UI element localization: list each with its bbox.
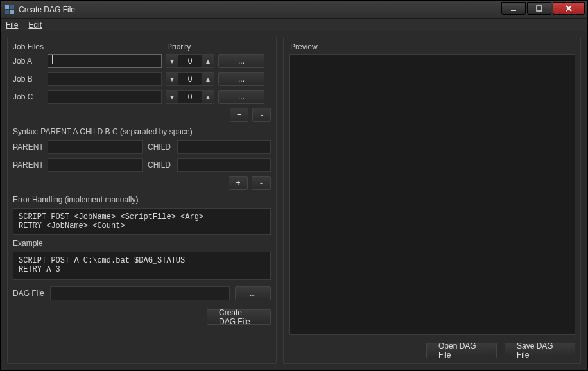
job-path-input[interactable]	[48, 54, 162, 68]
job-label: Job C	[13, 92, 44, 101]
spinner-value: 0	[178, 72, 202, 86]
add-relation-button[interactable]: +	[229, 176, 248, 190]
titlebar: Create DAG File	[1, 1, 587, 19]
svg-rect-4	[511, 10, 516, 11]
minimize-button[interactable]	[501, 2, 526, 15]
parent-label: PARENT	[13, 142, 44, 151]
priority-spinner[interactable]: ▾ 0 ▴	[166, 72, 214, 86]
priority-spinner[interactable]: ▾ 0 ▴	[166, 90, 214, 104]
job-row: Job A ▾ 0 ▴ ...	[13, 54, 271, 68]
svg-rect-3	[10, 10, 14, 14]
error-template-box[interactable]: SCRIPT POST <JobName> <ScriptFile> <Arg>…	[13, 208, 271, 235]
right-panel: Preview Open DAG File Save DAG File	[283, 37, 581, 364]
priority-header: Priority	[167, 42, 191, 51]
save-dag-button[interactable]: Save DAG File	[505, 343, 575, 358]
job-row: Job C ▾ 0 ▴ ...	[13, 90, 271, 104]
svg-rect-5	[537, 6, 542, 11]
close-button[interactable]	[553, 2, 585, 15]
open-dag-button[interactable]: Open DAG File	[426, 343, 497, 358]
window-controls	[500, 4, 587, 15]
error-handling-header: Error Handling (implement manually)	[13, 195, 271, 204]
remove-relation-button[interactable]: -	[252, 176, 271, 190]
job-path-input[interactable]	[48, 90, 162, 104]
parent-input[interactable]	[48, 140, 143, 154]
priority-spinner[interactable]: ▾ 0 ▴	[166, 54, 214, 68]
spinner-down-icon[interactable]: ▾	[166, 90, 178, 104]
spinner-down-icon[interactable]: ▾	[166, 54, 178, 68]
job-label: Job A	[13, 56, 44, 65]
spinner-value: 0	[178, 54, 202, 68]
job-row: Job B ▾ 0 ▴ ...	[13, 72, 271, 86]
browse-button[interactable]: ...	[218, 54, 264, 68]
spinner-up-icon[interactable]: ▴	[202, 54, 214, 68]
window-title: Create DAG File	[19, 5, 75, 14]
spinner-value: 0	[178, 90, 202, 104]
create-dag-button[interactable]: Create DAG File	[207, 309, 271, 325]
svg-rect-1	[10, 5, 14, 9]
spinner-up-icon[interactable]: ▴	[202, 90, 214, 104]
relation-row: PARENT CHILD	[13, 158, 271, 172]
parent-input[interactable]	[48, 158, 143, 172]
example-header: Example	[13, 239, 271, 248]
svg-rect-2	[5, 10, 9, 14]
dagfile-input[interactable]	[50, 286, 230, 300]
app-icon	[4, 4, 15, 15]
child-label: CHILD	[148, 142, 173, 151]
child-input[interactable]	[177, 140, 271, 154]
child-label: CHILD	[148, 160, 173, 169]
child-input[interactable]	[177, 158, 271, 172]
job-path-input[interactable]	[48, 72, 162, 86]
jobfiles-header: Job Files	[13, 42, 167, 51]
example-box[interactable]: SCRIPT POST A C:\cmd.bat $DAG_STATUS RET…	[13, 252, 271, 280]
preview-label: Preview	[290, 42, 575, 51]
browse-button[interactable]: ...	[218, 72, 264, 86]
spinner-down-icon[interactable]: ▾	[166, 72, 178, 86]
relation-row: PARENT CHILD	[13, 140, 271, 154]
job-label: Job B	[13, 74, 44, 83]
preview-box[interactable]	[289, 54, 575, 335]
dagfile-label: DAG File	[13, 289, 45, 298]
browse-button[interactable]: ...	[218, 90, 264, 104]
left-panel: Job Files Priority Job A ▾ 0 ▴ ... J	[7, 37, 277, 364]
maximize-button[interactable]	[527, 2, 551, 15]
syntax-label: Syntax: PARENT A CHILD B C (separated by…	[13, 127, 271, 136]
menu-file[interactable]: File	[6, 21, 18, 30]
dagfile-browse-button[interactable]: ...	[235, 286, 271, 300]
menu-edit[interactable]: Edit	[28, 21, 42, 30]
window: Create DAG File File Edit Job Files Pr	[0, 0, 588, 371]
menubar: File Edit	[1, 19, 587, 31]
spinner-up-icon[interactable]: ▴	[202, 72, 214, 86]
remove-job-button[interactable]: -	[252, 108, 271, 122]
add-job-button[interactable]: +	[230, 108, 248, 122]
svg-rect-0	[5, 5, 9, 9]
content: Job Files Priority Job A ▾ 0 ▴ ... J	[1, 31, 587, 370]
parent-label: PARENT	[13, 160, 44, 169]
